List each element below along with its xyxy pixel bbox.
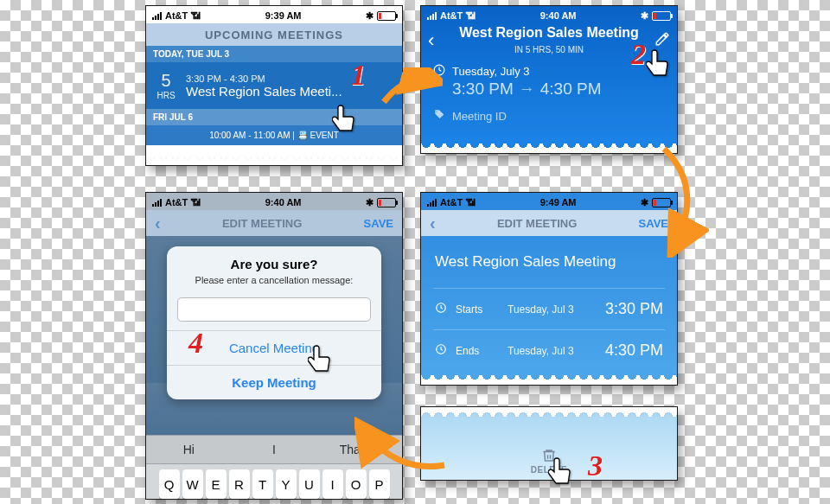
- wifi-icon: 📶︎: [466, 197, 476, 207]
- carrier-label: At&T: [165, 197, 188, 207]
- countdown: 5HRS: [146, 71, 186, 100]
- signal-icon: [427, 199, 437, 207]
- keyboard-suggestions: Hi I Thanks: [146, 435, 402, 464]
- key[interactable]: P: [369, 469, 390, 499]
- meeting-time: 3:30 PM - 4:30 PM: [186, 73, 402, 84]
- nav-title: EDIT MEETING: [497, 217, 577, 230]
- bluetooth-icon: ✱: [641, 10, 648, 22]
- status-bar: At&T📶︎ 9:39 AM ✱: [146, 6, 402, 23]
- signal-icon: [427, 12, 437, 20]
- starts-row[interactable]: Starts Tuesday, Jul 3 3:30 PM: [421, 289, 677, 329]
- suggestion[interactable]: Thanks: [316, 436, 402, 463]
- back-button[interactable]: ‹: [155, 214, 161, 233]
- detail-subtitle: IN 5 HRS, 50 MIN: [514, 45, 584, 54]
- cancellation-input[interactable]: [177, 297, 371, 322]
- detail-date: Tuesday, July 3: [452, 65, 530, 78]
- step-2-marker: 2: [631, 38, 646, 71]
- meeting-name: West Region Sales Meeti...: [186, 84, 402, 99]
- meeting-detail-panel: At&T📶︎ 9:40 AM ✱ ‹ West Region Sales Mee…: [420, 5, 678, 154]
- battery-icon: [652, 198, 671, 207]
- carrier-label: At&T: [165, 10, 188, 21]
- meeting-id-label: Meeting ID: [452, 110, 507, 123]
- clock-label: 9:40 AM: [476, 10, 641, 21]
- back-button[interactable]: ‹: [428, 29, 444, 52]
- key[interactable]: I: [322, 469, 343, 499]
- wifi-icon: 📶︎: [191, 10, 201, 21]
- bluetooth-icon: ✱: [366, 10, 374, 22]
- detail-title: West Region Sales Meeting: [444, 25, 654, 41]
- wifi-icon: 📶︎: [466, 10, 476, 21]
- dialog-title: Are you sure?: [231, 257, 318, 271]
- clock-label: 9:49 AM: [476, 197, 641, 207]
- confirm-dialog: Are you sure? Please enter a cancellatio…: [167, 246, 381, 399]
- battery-icon: [377, 198, 396, 207]
- back-button[interactable]: ‹: [430, 214, 436, 233]
- date-header-fri: FRI JUL 6: [146, 109, 402, 125]
- tag-icon: [433, 109, 445, 124]
- carrier-label: At&T: [440, 10, 463, 21]
- page-title: UPCOMING MEETINGS: [146, 23, 402, 46]
- bluetooth-icon: ✱: [366, 197, 374, 208]
- nav-title: EDIT MEETING: [222, 217, 302, 230]
- step-1-marker: 1: [351, 59, 366, 92]
- event-row[interactable]: 10:00 AM - 11:00 AM | 📇 EVENT: [146, 125, 402, 145]
- edit-button[interactable]: [654, 31, 670, 51]
- meeting-title-field[interactable]: West Region Sales Meeting: [421, 236, 677, 288]
- save-button[interactable]: SAVE: [364, 217, 393, 230]
- clock-label: 9:39 AM: [201, 10, 366, 21]
- ends-row[interactable]: Ends Tuesday, Jul 3 4:30 PM: [421, 330, 677, 371]
- save-button[interactable]: SAVE: [639, 217, 668, 230]
- clock-icon: [435, 343, 447, 358]
- signal-icon: [152, 199, 162, 207]
- key[interactable]: Q: [159, 469, 180, 499]
- edit-meeting-panel: At&T📶︎ 9:49 AM ✱ ‹ EDIT MEETING SAVE Wes…: [420, 192, 678, 386]
- bluetooth-icon: ✱: [641, 197, 648, 208]
- battery-icon: [377, 11, 396, 21]
- key[interactable]: U: [299, 469, 320, 499]
- key[interactable]: R: [229, 469, 250, 499]
- delete-button[interactable]: DELETE: [421, 448, 677, 475]
- key[interactable]: Y: [276, 469, 297, 499]
- signal-icon: [152, 12, 162, 20]
- key[interactable]: W: [182, 469, 203, 499]
- keep-meeting-button[interactable]: Keep Meeting: [167, 365, 381, 399]
- suggestion[interactable]: Hi: [146, 436, 232, 463]
- edit-meeting-footer: DELETE: [420, 406, 678, 481]
- clock-icon: [435, 302, 447, 316]
- suggestion[interactable]: I: [232, 436, 317, 463]
- clock-icon: [433, 64, 445, 79]
- dialog-message: Please enter a cancellation message:: [176, 275, 373, 285]
- status-bar: At&T📶︎ 9:40 AM ✱: [146, 193, 402, 210]
- carrier-label: At&T: [440, 197, 463, 207]
- key[interactable]: O: [346, 469, 367, 499]
- detail-time-range: 3:30 PM→4:30 PM: [421, 80, 677, 99]
- battery-icon: [652, 11, 671, 21]
- key[interactable]: E: [206, 469, 227, 499]
- step-3-marker: 3: [588, 450, 603, 482]
- keyboard-row: Q W E R T Y U I O P: [146, 464, 402, 500]
- wifi-icon: 📶︎: [191, 197, 201, 207]
- step-4-marker: 4: [188, 327, 203, 360]
- status-bar: At&T📶︎ 9:40 AM ✱: [421, 6, 677, 23]
- clock-label: 9:40 AM: [201, 197, 366, 207]
- key[interactable]: T: [252, 469, 273, 499]
- cancel-modal-panel: At&T📶︎ 9:40 AM ✱ ‹ EDIT MEETING SAVE Hi …: [145, 192, 403, 500]
- status-bar: At&T📶︎ 9:49 AM ✱: [421, 193, 677, 210]
